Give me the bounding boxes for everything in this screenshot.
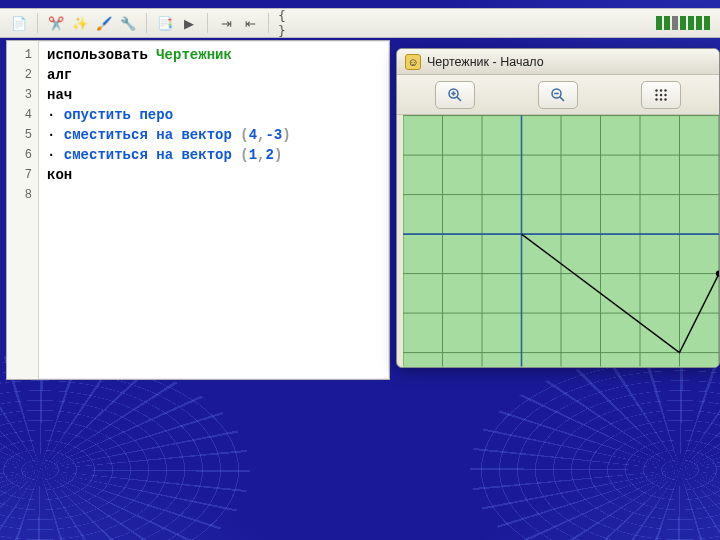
svg-point-7 [656, 89, 658, 91]
separator [207, 13, 208, 33]
line-number: 6 [7, 145, 38, 165]
code-editor[interactable]: 1 2 3 4 5 6 7 8 использовать Чертежник а… [6, 40, 390, 380]
svg-point-10 [656, 93, 658, 95]
grid-button[interactable] [641, 81, 681, 109]
run-icon[interactable]: ▶ [180, 14, 198, 32]
code-text: нач [47, 87, 72, 103]
separator [37, 13, 38, 33]
separator [146, 13, 147, 33]
svg-line-5 [560, 96, 564, 100]
file-icon[interactable]: 📄 [10, 14, 28, 32]
zoom-out-button[interactable] [538, 81, 578, 109]
line-number: 5 [7, 125, 38, 145]
grid-icon [652, 86, 670, 104]
status-bars [656, 16, 710, 30]
draftsman-canvas[interactable] [403, 115, 719, 367]
code-dot: · [47, 147, 64, 163]
paren: ) [282, 127, 290, 143]
line-number: 8 [7, 185, 38, 205]
code-num: 1 [249, 147, 257, 163]
outdent-icon[interactable]: ⇤ [241, 14, 259, 32]
code-text: использовать [47, 47, 156, 63]
grid-svg [403, 115, 719, 367]
svg-point-8 [660, 89, 662, 91]
code-num: 4 [249, 127, 257, 143]
paren: ) [274, 147, 282, 163]
code-text: кон [47, 167, 72, 183]
indent-icon[interactable]: ⇥ [217, 14, 235, 32]
wrench-icon[interactable]: 🔧 [119, 14, 137, 32]
brush-icon[interactable]: 🖌️ [95, 14, 113, 32]
line-gutter: 1 2 3 4 5 6 7 8 [7, 41, 39, 379]
line-number: 1 [7, 45, 38, 65]
draftsman-window[interactable]: ☺ Чертежник - Начало [396, 48, 720, 368]
paren: ( [240, 147, 248, 163]
brace-icon[interactable]: { } [278, 14, 296, 32]
code-num: 2 [265, 147, 273, 163]
app-icon: ☺ [405, 54, 421, 70]
titlebar[interactable]: ☺ Чертежник - Начало [397, 49, 719, 75]
svg-point-9 [665, 89, 667, 91]
svg-point-13 [656, 98, 658, 100]
zoom-in-button[interactable] [435, 81, 475, 109]
line-number: 4 [7, 105, 38, 125]
svg-point-14 [660, 98, 662, 100]
code-cmd: сместиться на вектор [64, 127, 232, 143]
svg-line-1 [457, 96, 461, 100]
draftsman-toolbar [397, 75, 719, 115]
separator [268, 13, 269, 33]
code-text: алг [47, 67, 72, 83]
code-module: Чертежник [156, 47, 232, 63]
main-toolbar: 📄 ✂️ ✨ 🖌️ 🔧 📑 ▶ ⇥ ⇤ { } [0, 8, 720, 38]
code-dot: · [47, 127, 64, 143]
wand-icon[interactable]: ✨ [71, 14, 89, 32]
svg-point-15 [665, 98, 667, 100]
paren: ( [240, 127, 248, 143]
line-number: 2 [7, 65, 38, 85]
code-cmd: сместиться на вектор [64, 147, 232, 163]
line-number: 7 [7, 165, 38, 185]
code-num: -3 [265, 127, 282, 143]
code-area[interactable]: использовать Чертежник алг нач · опустит… [39, 41, 389, 379]
zoom-in-icon [446, 86, 464, 104]
cut-icon[interactable]: ✂️ [47, 14, 65, 32]
window-title: Чертежник - Начало [427, 55, 544, 69]
code-dot: · [47, 107, 64, 123]
zoom-out-icon [549, 86, 567, 104]
copy-icon[interactable]: 📑 [156, 14, 174, 32]
svg-point-11 [660, 93, 662, 95]
svg-point-12 [665, 93, 667, 95]
code-cmd: опустить перо [64, 107, 173, 123]
line-number: 3 [7, 85, 38, 105]
